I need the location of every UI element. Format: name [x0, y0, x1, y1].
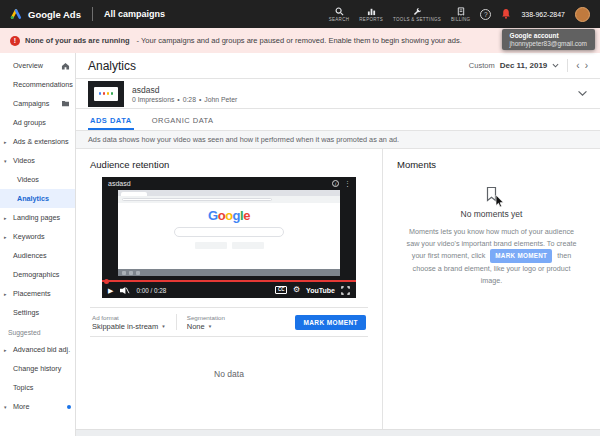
date-mode-label[interactable]: Custom — [469, 61, 495, 70]
video-player[interactable]: asdasd i ⋮ Google — [102, 177, 356, 298]
expand-video-list-icon[interactable] — [577, 90, 588, 97]
no-data-message: No data — [90, 369, 368, 379]
ad-format-control: Ad format Skippable in-stream ▼ — [92, 314, 166, 331]
player-controls: ▶ 0:00 / 0:28 CC ⚙ YouTube — [102, 282, 356, 298]
billing-button[interactable]: BILLING — [451, 7, 470, 22]
date-dropdown-icon[interactable] — [552, 63, 559, 68]
sidebar-item-placements[interactable]: ▸ Placements — [0, 284, 75, 303]
previous-period-button[interactable]: ‹ — [576, 61, 579, 71]
help-button[interactable]: ? — [480, 9, 491, 20]
sidebar-item-ads-extensions[interactable]: ▸ Ads & extensions — [0, 132, 75, 151]
youtube-logo[interactable]: YouTube — [306, 287, 335, 294]
notifications-button[interactable] — [501, 5, 511, 23]
next-period-button[interactable]: › — [585, 61, 588, 71]
segmentation-select[interactable]: None ▼ — [187, 322, 225, 331]
player-video-title: asdasd — [108, 180, 131, 187]
video-duration: 0:28 — [183, 96, 196, 103]
notification-bell-icon — [501, 8, 511, 19]
google-letter: e — [243, 208, 250, 223]
mark-moment-inline-button[interactable]: MARK MOMENT — [490, 249, 552, 263]
account-phone: 338-962-2847 — [521, 11, 565, 18]
meta-bullet: • — [177, 96, 179, 103]
sidebar-item-campaigns[interactable]: Campaigns — [0, 94, 75, 113]
date-value[interactable]: Dec 11, 2019 — [500, 61, 548, 70]
video-frame: Google — [118, 190, 340, 276]
video-owner: John Peter — [204, 96, 237, 103]
sidebar-label-videos-sub: Videos — [17, 175, 39, 184]
sidebar-item-audiences[interactable]: Audiences — [0, 246, 75, 265]
sidebar-item-demographics[interactable]: Demographics — [0, 265, 75, 284]
video-selector-bar[interactable]: asdasd 0 Impressions • 0:28 • John Peter — [76, 79, 600, 109]
taskbar-strip — [118, 269, 340, 276]
account-avatar[interactable] — [575, 7, 590, 22]
sidebar-item-change-history[interactable]: Change history — [0, 359, 75, 378]
page-header: Analytics Custom Dec 11, 2019 ‹ › — [76, 53, 600, 79]
google-homepage: Google — [118, 203, 340, 249]
sidebar-item-settings[interactable]: Settings — [0, 303, 75, 322]
sidebar-item-advanced-bid-adj[interactable]: ▸ Advanced bid adj. — [0, 340, 75, 359]
sidebar-label-overview: Overview — [13, 61, 43, 70]
sidebar-label-ads-extensions: Ads & extensions — [13, 137, 69, 146]
mark-moment-button[interactable]: MARK MOMENT — [295, 315, 366, 330]
tab-organic-data[interactable]: ORGANIC DATA — [150, 116, 216, 130]
sidebar-item-landing-pages[interactable]: ▸ Landing pages — [0, 208, 75, 227]
tools-settings-button[interactable]: TOOLS & SETTINGS — [393, 7, 441, 22]
ad-format-value: Skippable in-stream — [92, 322, 158, 331]
segmentation-control: Segmentation None ▼ — [187, 314, 225, 331]
error-icon — [10, 36, 20, 46]
captions-icon[interactable]: CC — [275, 286, 287, 294]
chevron-down-icon: ▼ — [208, 324, 212, 329]
thumb-dot — [107, 92, 110, 95]
info-icon[interactable]: i — [332, 180, 339, 187]
chevron-right-icon: ▸ — [4, 215, 7, 221]
sidebar-label-advanced-bid-adj: Advanced bid adj. — [13, 345, 70, 354]
sidebar-item-topics[interactable]: Topics — [0, 378, 75, 397]
campaign-scope-label[interactable]: All campaigns — [104, 9, 165, 19]
volume-muted-icon[interactable] — [119, 286, 130, 295]
sidebar-item-keywords[interactable]: ▸ Keywords — [0, 227, 75, 246]
sidebar-item-analytics[interactable]: Analytics — [0, 189, 75, 208]
google-ads-logo-icon[interactable] — [10, 8, 22, 20]
ad-format-select[interactable]: Skippable in-stream ▼ — [92, 322, 166, 331]
more-options-icon[interactable]: ⋮ — [344, 180, 351, 187]
account-tooltip: Google account jhonnypeter83@gmail.com — [502, 29, 595, 50]
tab-ads-data[interactable]: ADS DATA — [88, 116, 134, 130]
play-icon[interactable]: ▶ — [108, 287, 113, 294]
sidebar-item-recommendations[interactable]: Recommendations — [0, 75, 75, 94]
topbar: Google Ads All campaigns SEARCH REPORTS — [0, 0, 600, 28]
video-info: asdasd 0 Impressions • 0:28 • John Peter — [132, 85, 237, 103]
sidebar-label-analytics: Analytics — [17, 194, 49, 203]
reports-button[interactable]: REPORTS — [359, 7, 383, 22]
chevron-down-icon: ▾ — [4, 404, 7, 410]
sidebar-item-videos-sub[interactable]: Videos — [0, 170, 75, 189]
moments-panel: Moments No moments yet Moments lets you … — [383, 149, 600, 429]
video-impressions: 0 Impressions — [132, 96, 174, 103]
google-logo: Google — [118, 209, 340, 222]
sidebar-item-ad-groups[interactable]: Ad groups — [0, 113, 75, 132]
chevron-down-icon: ▾ — [4, 158, 7, 164]
main-content: Analytics Custom Dec 11, 2019 ‹ › — [76, 53, 600, 436]
alert-title: None of your ads are running — [25, 36, 130, 45]
fullscreen-icon[interactable] — [341, 286, 350, 295]
campaigns-icon — [61, 100, 70, 107]
bottom-strip — [76, 429, 600, 436]
sidebar-item-more[interactable]: ▾ More — [0, 397, 75, 416]
sidebar-label-videos: Videos — [13, 156, 35, 165]
sidebar-item-videos[interactable]: ▾ Videos — [0, 151, 75, 170]
sidebar-label-keywords: Keywords — [13, 232, 45, 241]
sidebar-label-campaigns: Campaigns — [13, 99, 49, 108]
moments-empty-state: No moments yet Moments lets you know how… — [397, 186, 586, 286]
player-top-actions: i ⋮ — [332, 180, 351, 187]
search-button[interactable]: SEARCH — [329, 7, 350, 22]
browser-tab — [121, 192, 147, 197]
reports-label: REPORTS — [359, 17, 383, 22]
home-icon — [61, 62, 70, 70]
thumb-dot — [99, 92, 102, 95]
sidebar-item-overview[interactable]: Overview — [0, 56, 75, 75]
alert-message: - Your campaigns and ad groups are pause… — [137, 36, 462, 45]
video-meta: 0 Impressions • 0:28 • John Peter — [132, 96, 237, 103]
player-settings-icon[interactable]: ⚙ — [293, 286, 300, 294]
mouse-cursor — [495, 195, 504, 208]
sidebar: Overview Recommendations Campaigns Ad gr… — [0, 53, 76, 436]
google-letter: o — [225, 208, 232, 223]
